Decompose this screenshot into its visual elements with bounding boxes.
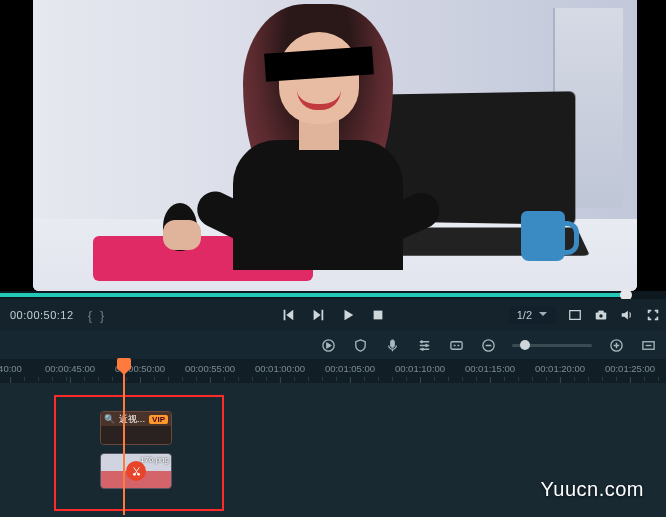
preview-quality-value: 1/2 (517, 309, 532, 321)
zoom-slider-knob[interactable] (520, 340, 530, 350)
ruler-tick: 00:01:25:00 (605, 363, 655, 374)
ruler-tick: 00:01:20:00 (535, 363, 585, 374)
svg-rect-1 (570, 311, 581, 320)
snapshot-button[interactable] (594, 308, 608, 322)
svg-rect-3 (598, 311, 603, 314)
transport-bar: 00:00:50:12 { } 1/2 (0, 299, 666, 331)
shield-icon[interactable] (352, 337, 368, 353)
render-button[interactable] (320, 337, 336, 353)
svg-rect-10 (450, 341, 461, 349)
preview-frame[interactable] (33, 0, 637, 291)
chevron-down-icon (538, 309, 548, 321)
mark-out-button[interactable]: } (100, 308, 104, 323)
svg-point-4 (599, 314, 603, 318)
svg-rect-0 (374, 311, 383, 320)
stop-button[interactable] (371, 308, 385, 322)
timeline-toolbar (0, 331, 666, 359)
ruler-tick: 00:00:45:00 (45, 363, 95, 374)
vip-badge: VIP (149, 415, 168, 424)
svg-point-7 (420, 340, 422, 342)
properties-button[interactable] (416, 337, 432, 353)
zoom-slider[interactable] (512, 344, 592, 347)
caption-button[interactable] (448, 337, 464, 353)
svg-point-9 (421, 348, 423, 350)
mark-in-button[interactable]: { (88, 308, 92, 323)
safe-area-icon[interactable] (568, 308, 582, 322)
watermark-text: Yuucn.com (541, 478, 644, 501)
zoom-fit-button[interactable] (640, 337, 656, 353)
voiceover-button[interactable] (384, 337, 400, 353)
preview-viewport (0, 0, 666, 291)
timeline-ruler[interactable]: 40:0000:00:45:0000:00:50:0000:00:55:0000… (0, 359, 666, 383)
ruler-tick: 00:01:05:00 (325, 363, 375, 374)
search-icon: 🔍 (104, 414, 115, 424)
ruler-tick: 40:00 (0, 363, 22, 374)
svg-rect-6 (390, 339, 394, 347)
effect-clip[interactable]: 🔍 近视… VIP (100, 411, 172, 445)
video-clip[interactable]: 176.png (100, 453, 172, 489)
volume-button[interactable] (620, 308, 634, 322)
play-button[interactable] (341, 308, 355, 322)
ruler-tick: 00:01:00:00 (255, 363, 305, 374)
split-marker-icon[interactable] (126, 461, 146, 481)
preview-quality-dropdown[interactable]: 1/2 (509, 306, 556, 324)
ruler-tick: 00:00:55:00 (185, 363, 235, 374)
zoom-out-button[interactable] (480, 337, 496, 353)
video-clip-label: 176.png (140, 455, 169, 464)
prev-frame-button[interactable] (281, 308, 295, 322)
timecode-display: 00:00:50:12 (0, 309, 84, 321)
step-button[interactable] (311, 308, 325, 322)
preview-scrubber[interactable] (0, 291, 666, 299)
fullscreen-button[interactable] (646, 308, 660, 322)
svg-point-8 (425, 344, 427, 346)
ruler-tick: 00:01:10:00 (395, 363, 445, 374)
zoom-in-button[interactable] (608, 337, 624, 353)
ruler-tick: 00:01:15:00 (465, 363, 515, 374)
playhead[interactable] (123, 359, 125, 515)
